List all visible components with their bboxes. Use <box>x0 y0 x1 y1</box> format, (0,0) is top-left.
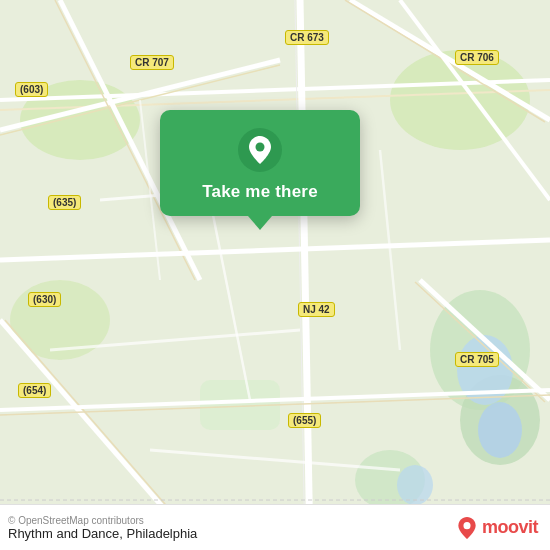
moovit-pin-icon <box>456 517 478 539</box>
road-label-635: (635) <box>48 195 81 210</box>
road-label-cr706: CR 706 <box>455 50 499 65</box>
moovit-brand-text: moovit <box>482 517 538 538</box>
bottom-bar-info: © OpenStreetMap contributors Rhythm and … <box>8 515 197 541</box>
location-title: Rhythm and Dance, Philadelphia <box>8 526 197 541</box>
road-label-nj42: NJ 42 <box>298 302 335 317</box>
svg-point-38 <box>463 522 470 529</box>
road-label-cr707: CR 707 <box>130 55 174 70</box>
road-label-cr705: CR 705 <box>455 352 499 367</box>
map-svg <box>0 0 550 550</box>
road-label-655: (655) <box>288 413 321 428</box>
location-pin-icon <box>238 128 282 172</box>
map-container: CR 707 CR 673 CR 706 (603) (635) (630) N… <box>0 0 550 550</box>
road-label-603: (603) <box>15 82 48 97</box>
take-me-there-button[interactable]: Take me there <box>202 182 318 202</box>
road-label-654: (654) <box>18 383 51 398</box>
svg-point-10 <box>397 465 433 505</box>
moovit-logo: moovit <box>456 517 538 539</box>
svg-point-37 <box>256 143 265 152</box>
popup-card: Take me there <box>160 110 360 216</box>
road-label-630: (630) <box>28 292 61 307</box>
bottom-bar: © OpenStreetMap contributors Rhythm and … <box>0 504 550 550</box>
attribution-text: © OpenStreetMap contributors <box>8 515 197 526</box>
svg-point-9 <box>478 402 522 458</box>
road-label-cr673: CR 673 <box>285 30 329 45</box>
